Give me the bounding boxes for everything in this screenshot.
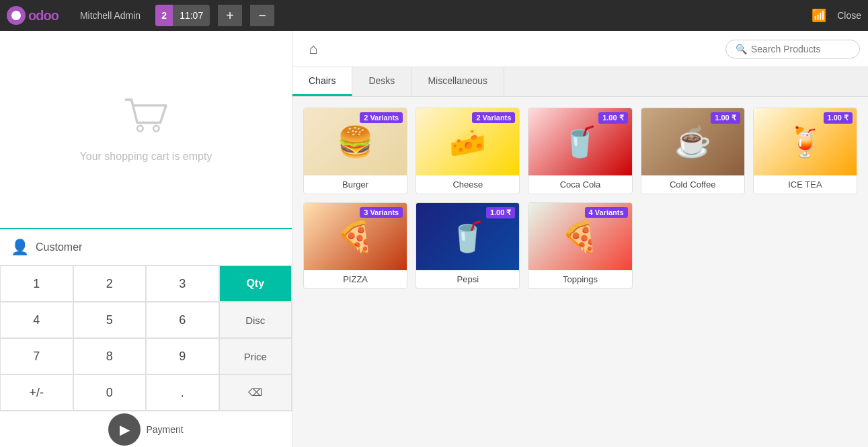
product-card-cheese[interactable]: 2 Variants🧀Cheese — [416, 108, 520, 194]
product-badge-cheese: 2 Variants — [472, 112, 515, 123]
right-panel: ⌂ 🔍 Chairs Desks Miscellaneous 2 Variant… — [292, 31, 868, 447]
home-button[interactable]: ⌂ — [301, 36, 326, 62]
product-card-pepsi[interactable]: 1.00 ₹🥤Pepsi — [416, 202, 520, 289]
add-tab-button[interactable]: + — [218, 5, 242, 26]
tab-desks[interactable]: Desks — [352, 67, 411, 96]
product-badge-pepsi: 1.00 ₹ — [486, 207, 515, 218]
odoo-logo-text: odoo — [28, 8, 58, 24]
product-badge-pizza: 3 Variants — [360, 207, 403, 218]
topbar-right: 📶 Close — [812, 8, 861, 23]
product-name-toppings: Toppings — [528, 270, 631, 288]
product-badge-coldcoffee: 1.00 ₹ — [711, 112, 740, 124]
tab-number: 2 — [155, 5, 173, 26]
search-icon: 🔍 — [736, 44, 747, 54]
tab-time: 11:07 — [173, 10, 210, 21]
product-badge-cocacola: 1.00 ₹ — [598, 112, 627, 124]
bottom-area: 👤 Customer 1 2 3 Qty 4 5 6 Disc 7 8 9 Pr… — [0, 228, 292, 447]
numpad-qty[interactable]: Qty — [219, 266, 292, 302]
numpad-dot[interactable]: . — [146, 374, 219, 411]
product-card-toppings[interactable]: 4 Variants🍕Toppings — [528, 202, 632, 289]
payment-area: ▶ Payment — [0, 411, 292, 447]
product-image-burger: 2 Variants🍔 — [304, 108, 407, 175]
product-name-pizza: PIZZA — [304, 270, 407, 288]
svg-point-2 — [153, 125, 159, 131]
numpad-6[interactable]: 6 — [146, 302, 219, 338]
product-name-cheese: Cheese — [416, 175, 519, 194]
numpad-grid: 1 2 3 Qty 4 5 6 Disc 7 8 9 Price +/- 0 .… — [0, 266, 292, 411]
cart-icon-wrap — [122, 97, 169, 140]
numpad-7[interactable]: 7 — [0, 338, 73, 374]
remove-tab-button[interactable]: − — [250, 5, 274, 26]
products-grid: 2 Variants🍔Burger2 Variants🧀Cheese1.00 ₹… — [303, 108, 857, 289]
tab-miscellaneous[interactable]: Miscellaneous — [411, 67, 504, 96]
products-area: 2 Variants🍔Burger2 Variants🧀Cheese1.00 ₹… — [292, 97, 868, 447]
svg-point-1 — [137, 125, 143, 131]
product-image-cocacola: 1.00 ₹🥤 — [528, 108, 631, 175]
numpad-disc[interactable]: Disc — [219, 302, 292, 338]
numpad-price[interactable]: Price — [219, 338, 292, 374]
numpad-3[interactable]: 3 — [146, 266, 219, 302]
close-button[interactable]: Close — [837, 10, 861, 21]
customer-label: Customer — [36, 241, 82, 253]
product-image-pepsi: 1.00 ₹🥤 — [416, 203, 519, 270]
payment-label: Payment — [146, 424, 183, 435]
home-icon: ⌂ — [309, 40, 317, 58]
topbar-left: odoo Mitchell Admin 2 11:07 + − — [7, 5, 274, 26]
customer-button[interactable]: 👤 Customer — [0, 239, 134, 256]
product-name-coldcoffee: Cold Coffee — [641, 175, 744, 194]
cart-icon — [122, 97, 169, 137]
product-image-icetea: 1.00 ₹🍹 — [754, 108, 857, 175]
product-card-cocacola[interactable]: 1.00 ₹🥤Coca Cola — [528, 108, 632, 194]
search-input[interactable] — [751, 44, 850, 54]
odoo-logo-circle — [7, 6, 26, 25]
payment-button[interactable]: ▶ — [108, 413, 141, 446]
product-toolbar: ⌂ 🔍 — [292, 31, 868, 67]
product-card-icetea[interactable]: 1.00 ₹🍹ICE TEA — [753, 108, 857, 194]
cart-area: Your shopping cart is empty — [0, 31, 292, 228]
wifi-icon: 📶 — [812, 8, 826, 23]
product-card-pizza[interactable]: 3 Variants🍕PIZZA — [303, 202, 407, 289]
numpad-4[interactable]: 4 — [0, 302, 73, 338]
product-badge-burger: 2 Variants — [360, 112, 403, 123]
product-image-cheese: 2 Variants🧀 — [416, 108, 519, 175]
topbar: odoo Mitchell Admin 2 11:07 + − 📶 Close — [0, 0, 868, 31]
product-badge-icetea: 1.00 ₹ — [824, 112, 853, 124]
product-name-cocacola: Coca Cola — [528, 175, 631, 194]
svg-point-0 — [11, 11, 21, 20]
numpad-1[interactable]: 1 — [0, 266, 73, 302]
product-image-coldcoffee: 1.00 ₹☕ — [641, 108, 744, 175]
customer-row: 👤 Customer — [0, 229, 292, 266]
numpad-0[interactable]: 0 — [73, 374, 147, 411]
numpad-9[interactable]: 9 — [146, 338, 219, 374]
odoo-logo-icon — [10, 9, 22, 22]
customer-icon: 👤 — [11, 239, 29, 256]
product-name-pepsi: Pepsi — [416, 270, 519, 288]
odoo-logo: odoo — [7, 6, 58, 25]
user-name: Mitchell Admin — [80, 10, 141, 21]
product-name-icetea: ICE TEA — [754, 175, 857, 194]
numpad-5[interactable]: 5 — [73, 302, 147, 338]
numpad-plusminus[interactable]: +/- — [0, 374, 73, 411]
search-box: 🔍 — [725, 40, 860, 58]
product-card-coldcoffee[interactable]: 1.00 ₹☕Cold Coffee — [641, 108, 745, 194]
product-name-burger: Burger — [304, 175, 407, 194]
payment-arrow-icon: ▶ — [120, 421, 130, 438]
product-badge-toppings: 4 Variants — [585, 207, 628, 218]
product-card-burger[interactable]: 2 Variants🍔Burger — [303, 108, 407, 194]
main-layout: Your shopping cart is empty 👤 Customer 1… — [0, 31, 868, 447]
cart-empty-text: Your shopping cart is empty — [80, 151, 212, 163]
category-tabs: Chairs Desks Miscellaneous — [292, 67, 868, 97]
tab-pill: 2 11:07 — [155, 5, 210, 26]
numpad-backspace[interactable]: ⌫ — [219, 374, 292, 411]
left-panel: Your shopping cart is empty 👤 Customer 1… — [0, 31, 292, 447]
numpad-2[interactable]: 2 — [73, 266, 147, 302]
tab-chairs[interactable]: Chairs — [292, 67, 352, 96]
product-image-toppings: 4 Variants🍕 — [528, 203, 631, 270]
product-image-pizza: 3 Variants🍕 — [304, 203, 407, 270]
numpad-8[interactable]: 8 — [73, 338, 147, 374]
